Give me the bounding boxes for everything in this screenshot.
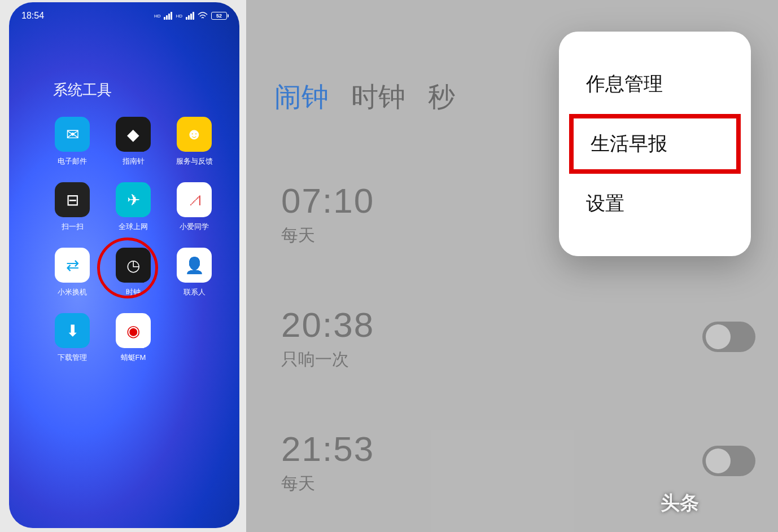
roaming-icon: ✈ [116,182,151,217]
hd-indicator-2: HD [176,14,182,19]
status-bar: 18:54 HD HD 52 [9,2,239,24]
app-xiaoai[interactable]: ⩘小爱同学 [172,182,217,232]
app-label: 全球上网 [119,222,148,232]
app-download[interactable]: ⬇下载管理 [50,313,95,363]
app-mail[interactable]: ✉电子邮件 [50,117,95,166]
feedback-icon: ☻ [177,117,212,152]
status-right: HD HD 52 [154,12,227,20]
mimover-icon: ⇄ [55,248,90,283]
xiaoai-icon: ⩘ [177,182,212,217]
battery-icon: 52 [211,12,227,20]
phone-home-screen: 18:54 HD HD 52 系统工具 ✉电子邮件◆指南针☻服务与反馈⊟扫一扫✈… [9,2,239,528]
qingting-icon: ◉ [116,313,151,348]
mail-icon: ✉ [55,117,90,152]
status-time: 18:54 [21,11,44,21]
app-feedback[interactable]: ☻服务与反馈 [172,117,217,166]
app-label: 下载管理 [58,353,87,363]
clock-icon: ◷ [116,248,151,283]
app-mimover[interactable]: ⇄小米换机 [50,248,95,297]
menu-item-morning-report[interactable]: 生活早报 [569,114,741,174]
app-scan[interactable]: ⊟扫一扫 [50,182,95,232]
app-label: 指南针 [123,156,145,166]
app-label: 联系人 [183,287,206,297]
app-compass[interactable]: ◆指南针 [111,117,156,166]
overflow-menu: 作息管理 生活早报 设置 [559,32,751,256]
app-label: 小米换机 [58,287,87,297]
wifi-icon [198,12,208,20]
clock-app-screen: 闹钟 时钟 秒 07:10 每天 20:38 只响一次 21:53 每天 头条 … [246,0,778,532]
app-label: 小爱同学 [180,222,209,232]
app-contacts[interactable]: 👤联系人 [172,248,217,297]
app-grid: ✉电子邮件◆指南针☻服务与反馈⊟扫一扫✈全球上网⩘小爱同学⇄小米换机◷时钟👤联系… [9,117,239,363]
scan-icon: ⊟ [55,182,90,217]
app-qingting[interactable]: ◉蜻蜓FM [111,313,156,363]
download-icon: ⬇ [55,313,90,348]
compass-icon: ◆ [116,117,151,152]
folder-title: 系统工具 [9,24,239,117]
signal-bars-2-icon [186,12,194,20]
app-label: 扫一扫 [62,222,84,232]
app-label: 服务与反馈 [176,156,213,166]
app-clock[interactable]: ◷时钟 [111,248,156,297]
menu-item-schedule[interactable]: 作息管理 [559,54,751,114]
app-roaming[interactable]: ✈全球上网 [111,182,156,232]
battery-level: 52 [216,13,222,19]
app-label: 电子邮件 [58,156,87,166]
app-label: 蜻蜓FM [121,353,146,363]
hd-indicator-1: HD [154,14,161,19]
menu-item-settings[interactable]: 设置 [559,174,751,234]
app-label: 时钟 [126,287,141,297]
contacts-icon: 👤 [177,248,212,283]
signal-bars-1-icon [164,12,172,20]
